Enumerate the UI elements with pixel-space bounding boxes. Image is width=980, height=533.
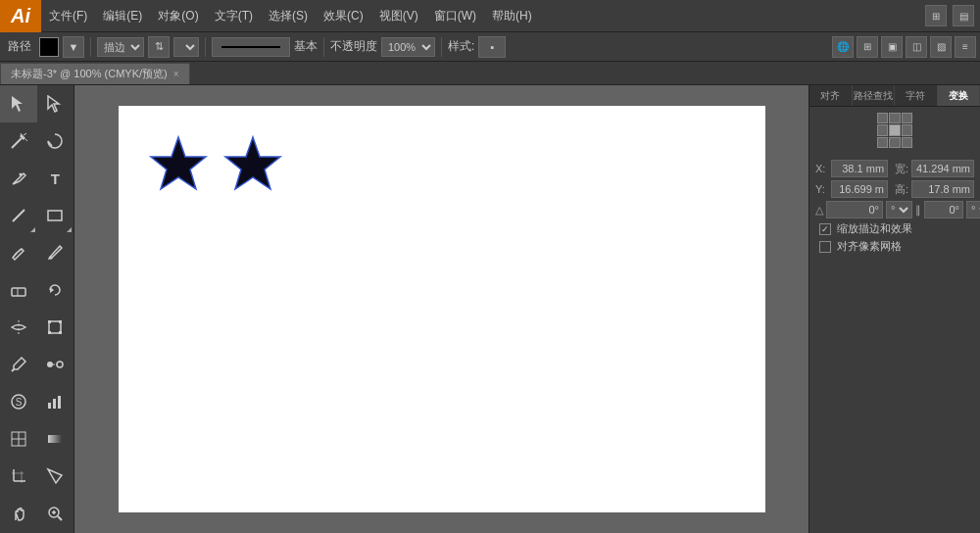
menu-text[interactable]: 文字(T) <box>207 0 261 31</box>
menu-view[interactable]: 视图(V) <box>371 0 426 31</box>
graph-tool[interactable] <box>37 383 74 420</box>
nav-icon1[interactable]: ⊞ <box>857 36 878 58</box>
menu-window[interactable]: 窗口(W) <box>426 0 484 31</box>
svg-text:S: S <box>15 397 22 408</box>
direct-select-tool[interactable] <box>37 85 74 122</box>
svg-rect-10 <box>48 211 62 220</box>
ref-bl[interactable] <box>877 137 888 148</box>
ref-bc[interactable] <box>889 137 900 148</box>
ref-ml[interactable] <box>877 124 888 135</box>
ref-mc[interactable] <box>889 124 900 135</box>
y-input[interactable] <box>831 180 888 198</box>
nav-icon4[interactable]: ▨ <box>930 36 952 58</box>
menu-select[interactable]: 选择(S) <box>261 0 316 31</box>
y-label: Y: <box>815 183 828 195</box>
toolbar: 路径 ▼ 描边 ⇅ 基本 不透明度 100% 样式: ▪ 🌐 ⊞ ▣ ◫ ▨ ≡ <box>0 32 980 62</box>
divider2 <box>205 37 206 57</box>
ref-br[interactable] <box>902 137 912 148</box>
blend-tool[interactable] <box>37 346 74 383</box>
eyedropper-tool[interactable] <box>0 346 37 383</box>
pen-tool[interactable] <box>0 160 37 197</box>
tool-row-2 <box>0 122 74 160</box>
fill-color[interactable] <box>39 37 59 57</box>
tool-row-12 <box>0 495 74 532</box>
free-transform-tool[interactable] <box>37 309 74 346</box>
fill-options-icon[interactable]: ▼ <box>63 36 84 58</box>
tab-transform[interactable]: 变换 <box>938 85 981 106</box>
rect-tool[interactable] <box>37 197 74 234</box>
svg-point-8 <box>19 173 22 176</box>
slice-tool[interactable] <box>37 458 74 495</box>
menu-effect[interactable]: 效果(C) <box>316 0 371 31</box>
stroke-profile-select[interactable] <box>173 37 199 57</box>
svg-line-9 <box>13 210 24 221</box>
angle1-select[interactable]: ° <box>886 201 912 218</box>
angle2-input[interactable] <box>924 201 963 218</box>
height-input[interactable] <box>911 180 974 198</box>
star-2[interactable] <box>222 135 283 196</box>
line-segment-tool[interactable] <box>0 197 37 234</box>
gradient-tool[interactable] <box>37 420 74 458</box>
width-tool[interactable] <box>0 309 37 346</box>
opacity-select[interactable]: 100% <box>381 37 435 57</box>
ref-tl[interactable] <box>877 113 888 123</box>
style-preview[interactable]: ▪ <box>478 36 506 58</box>
ref-tr[interactable] <box>902 113 912 123</box>
tab-align[interactable]: 对齐 <box>809 85 853 106</box>
svg-rect-17 <box>48 320 51 323</box>
tab-character[interactable]: 字符 <box>895 85 938 106</box>
select-tool[interactable] <box>0 85 37 122</box>
width-input[interactable] <box>911 160 974 177</box>
transform-content: X: 宽: Y: 高: △ ° ∥ <box>809 107 980 263</box>
menu-object[interactable]: 对象(O) <box>150 0 206 31</box>
ref-tc[interactable] <box>889 113 900 123</box>
mesh-tool[interactable] <box>0 420 37 458</box>
arrange-icon[interactable]: ⊞ <box>925 5 947 26</box>
ref-mr[interactable] <box>902 124 912 135</box>
hand-tool[interactable] <box>0 495 37 532</box>
document-tab[interactable]: 未标题-3* @ 100% (CMYK/预览) × <box>0 63 190 84</box>
tool-row-1 <box>0 85 74 122</box>
svg-marker-14 <box>50 287 54 293</box>
text-tool[interactable]: T <box>37 160 74 197</box>
svg-line-21 <box>12 369 14 371</box>
svg-marker-42 <box>151 137 206 189</box>
paintbrush-tool[interactable] <box>37 234 74 271</box>
nav-icon5[interactable]: ≡ <box>955 36 976 58</box>
angle2-select[interactable]: ° <box>966 201 980 218</box>
svg-rect-29 <box>58 396 61 409</box>
menu-file[interactable]: 文件(F) <box>41 0 95 31</box>
nav-icon2[interactable]: ▣ <box>881 36 903 58</box>
menu-help[interactable]: 帮助(H) <box>484 0 540 31</box>
opacity-label: 不透明度 <box>330 38 377 55</box>
nav-icon3[interactable]: ◫ <box>906 36 927 58</box>
canvas <box>119 106 765 512</box>
angle1-input[interactable] <box>826 201 883 218</box>
stroke-select[interactable]: 描边 <box>97 37 144 57</box>
x-input[interactable] <box>831 160 888 177</box>
svg-line-4 <box>24 133 26 135</box>
y-height-row: Y: 高: <box>815 180 974 198</box>
scale-stroke-checkbox[interactable]: ✓ <box>819 223 831 235</box>
tool-row-11 <box>0 458 74 495</box>
symbol-tool[interactable]: S <box>0 383 37 420</box>
pencil-tool[interactable] <box>0 234 37 271</box>
eraser-tool[interactable] <box>0 271 37 309</box>
crop-tool[interactable] <box>0 458 37 495</box>
zoom-tool[interactable] <box>37 495 74 532</box>
stroke-weight-icon[interactable]: ⇅ <box>148 36 170 58</box>
svg-rect-20 <box>59 331 62 334</box>
magic-wand-tool[interactable] <box>0 122 37 160</box>
checkbox2-row: 对齐像素网格 <box>815 239 974 254</box>
globe-icon[interactable]: 🌐 <box>832 36 854 58</box>
tab-close-button[interactable]: × <box>173 69 179 79</box>
workspace-icon[interactable]: ▤ <box>953 5 974 26</box>
star-1[interactable] <box>148 135 209 196</box>
align-pixel-checkbox[interactable] <box>819 241 831 253</box>
angle1-row: △ ° ∥ ° <box>815 201 974 218</box>
rotate-tool[interactable] <box>37 271 74 309</box>
svg-rect-28 <box>53 399 56 409</box>
lasso-tool[interactable] <box>37 122 74 160</box>
menu-edit[interactable]: 编辑(E) <box>95 0 150 31</box>
tab-pathfinder[interactable]: 路径查找 <box>853 85 896 106</box>
